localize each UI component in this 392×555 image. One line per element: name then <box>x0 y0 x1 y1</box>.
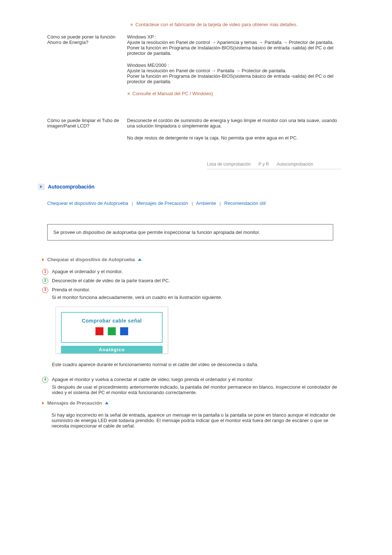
subheading-warnings: Mensajes de Precaución <box>42 400 345 406</box>
green-square-icon <box>108 327 116 335</box>
red-square-icon <box>95 327 103 335</box>
step-3-main: Prenda el monitor. <box>52 287 345 292</box>
illustration-frame: Comprobar cable señal Analógico <box>56 307 168 354</box>
callout-box: Se provee un dispositivo de autoprueba q… <box>47 224 333 240</box>
step-3: 3 Prenda el monitor. Si el monitor funci… <box>42 287 345 374</box>
anchor-links: Chequear el dispositivo de Autoprueba | … <box>47 200 345 206</box>
step-number-icon: 2 <box>42 278 48 284</box>
step-3-sub: Si el monitor funciona adecuadamente, ve… <box>52 295 345 300</box>
qa-question: Cómo se puede poner la función Ahorro de… <box>47 34 127 103</box>
color-squares <box>62 327 162 342</box>
tab-selftest[interactable]: Autocomprobación <box>277 162 313 167</box>
illustration-title: Comprobar cable señal <box>62 313 162 327</box>
step-4-sub: Si después de usar el procedimiento ante… <box>52 384 345 395</box>
illustration-footer: Analógico <box>61 346 163 353</box>
step-1: 1 Apague el ordenador y el monitor. <box>42 269 345 275</box>
after-illustration-text: Este cuadro aparece durante el funcionam… <box>52 362 345 367</box>
subheading-text: Chequear el dispositivo de Autoprueba <box>47 257 135 262</box>
qa-answer: Windows XP : Ajuste la resolución en Pan… <box>127 34 345 103</box>
answer-clean-2: No deje restos de detergente ni raye la … <box>127 135 345 141</box>
manufacturer-note: ✕ Contáctese con el fabricante de la tar… <box>130 22 345 28</box>
orange-triangle-icon <box>42 402 44 405</box>
numbered-steps: 1 Apague el ordenador y el monitor. 2 De… <box>47 269 345 395</box>
play-square-icon <box>38 184 44 190</box>
step-number-icon: 4 <box>42 377 48 383</box>
top-note-row: ✕ Contáctese con el fabricante de la tar… <box>47 22 345 28</box>
illustration: Comprobar cable señal Analógico <box>56 307 345 354</box>
tab-faq[interactable]: P y R <box>258 162 269 167</box>
tab-row: Lista de comprobación P y R Autocomproba… <box>47 162 345 169</box>
section-heading: Autocomprobación <box>38 184 345 190</box>
link-selftest-device[interactable]: Chequear el dispositivo de Autoprueba <box>47 200 128 206</box>
step-number-icon: 1 <box>42 269 48 275</box>
step-4-main: Apague el monitor y vuelva a conectar el… <box>52 377 345 382</box>
qa-question: Cómo se puede limpiar el Tubo de imagen/… <box>47 118 127 147</box>
separator: | <box>192 200 193 206</box>
subheading-text: Mensajes de Precaución <box>47 400 102 406</box>
separator: | <box>220 200 221 206</box>
step-text: Prenda el monitor. Si el monitor funcion… <box>52 287 345 374</box>
note-x-icon: ✕ <box>130 22 133 28</box>
warnings-paragraph: Si hay algo incorrecto en la señal de en… <box>52 412 345 429</box>
callout-text: Se provee un dispositivo de autoprueba q… <box>53 230 260 235</box>
link-environment[interactable]: Ambiente <box>196 200 216 206</box>
document-page: ✕ Contáctese con el fabricante de la tar… <box>47 0 345 508</box>
up-triangle-icon[interactable] <box>138 258 142 261</box>
tab-checklist[interactable]: Lista de comprobación <box>207 162 251 167</box>
qa-clean-lcd: Cómo se puede limpiar el Tubo de imagen/… <box>47 118 345 147</box>
step-text: Apague el ordenador y el monitor. <box>52 269 345 275</box>
step-number-icon: 3 <box>42 287 48 293</box>
answer-winme: Windows ME/2000 : Ajuste la resolución e… <box>127 62 345 84</box>
step-4: 4 Apague el monitor y vuelva a conectar … <box>42 377 345 395</box>
note-text: Consulte el Manual del PC / Windows) <box>132 91 213 97</box>
answer-clean-1: Desconecte el cordón de suministro de en… <box>127 118 345 129</box>
section-title: Autocomprobación <box>48 184 94 190</box>
orange-triangle-icon <box>42 258 44 261</box>
consult-manual-note: ✕ Consulte el Manual del PC / Windows) <box>127 91 345 97</box>
tab-group: Lista de comprobación P y R Autocomproba… <box>207 162 341 169</box>
note-text: Contáctese con el fabricante de la tarje… <box>135 22 298 28</box>
blue-square-icon <box>120 327 128 335</box>
step-text: Apague el monitor y vuelva a conectar el… <box>52 377 345 395</box>
note-x-icon: ✕ <box>127 91 130 97</box>
step-text: Desconecte el cable de video de la parte… <box>52 278 345 284</box>
qa-answer: Desconecte el cordón de suministro de en… <box>127 118 345 147</box>
link-useful-tip[interactable]: Recomendación útil <box>224 200 266 206</box>
subheading-selftest: Chequear el dispositivo de Autoprueba <box>42 257 345 262</box>
answer-winxp: Windows XP : Ajuste la resolución en Pan… <box>127 34 345 56</box>
qa-energy-saving: Cómo se puede poner la función Ahorro de… <box>47 34 345 103</box>
illustration-inner: Comprobar cable señal <box>61 312 163 343</box>
separator: | <box>132 200 133 206</box>
link-warning-messages[interactable]: Mensajes de Precaución <box>136 200 188 206</box>
step-2: 2 Desconecte el cable de video de la par… <box>42 278 345 284</box>
up-triangle-icon[interactable] <box>105 402 109 404</box>
